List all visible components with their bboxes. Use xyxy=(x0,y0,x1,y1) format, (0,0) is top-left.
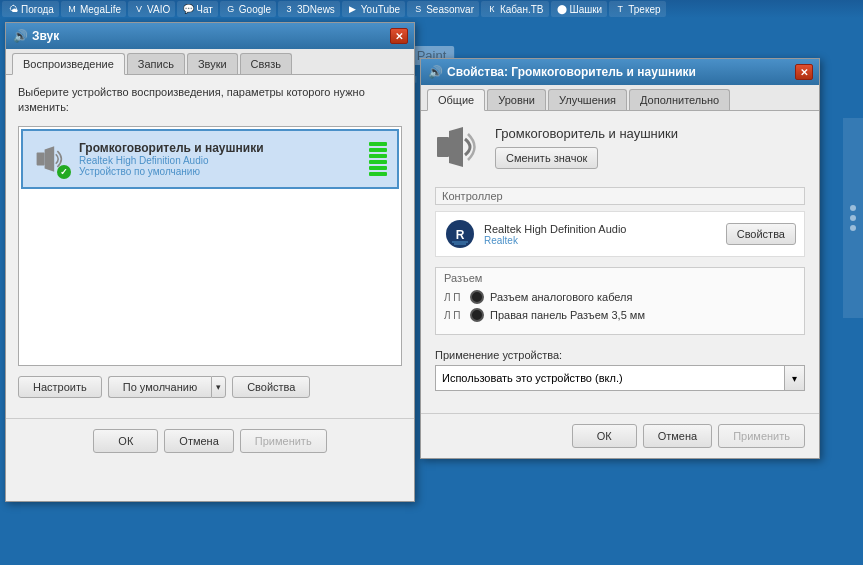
jack-dot-1 xyxy=(470,290,484,304)
taskbar-item-google[interactable]: G Google xyxy=(220,1,276,17)
taskbar-item-chat[interactable]: 💬 Чат xyxy=(177,1,218,17)
change-icon-button[interactable]: Сменить значок xyxy=(495,147,598,169)
3dnews-icon: 3 xyxy=(283,3,295,15)
jack-section-label: Разъем xyxy=(444,272,796,284)
vol-bar-2 xyxy=(369,148,387,152)
tab-levels[interactable]: Уровни xyxy=(487,89,546,110)
sound-title-icon: 🔊 xyxy=(12,28,28,44)
taskbar-item-vaio[interactable]: V VAIO xyxy=(128,1,175,17)
props-device-header-info: Громкоговоритель и наушники Сменить знач… xyxy=(495,126,805,169)
tab-enhance[interactable]: Улучшения xyxy=(548,89,627,110)
controller-props-button[interactable]: Свойства xyxy=(726,223,796,245)
default-dropdown-button[interactable]: ▾ xyxy=(211,376,226,398)
controller-name: Realtek High Definition Audio xyxy=(484,223,718,235)
sound-content: Выберите устройство воспроизведения, пар… xyxy=(6,75,414,408)
device-icon: ✓ xyxy=(31,139,71,179)
props-content: Громкоговоритель и наушники Сменить знач… xyxy=(421,111,819,413)
tab-connect[interactable]: Связь xyxy=(240,53,292,74)
taskbar-item-pogoda[interactable]: 🌤 Погода xyxy=(2,1,59,17)
usage-select-arrow[interactable]: ▾ xyxy=(785,365,805,391)
tab-general[interactable]: Общие xyxy=(427,89,485,111)
sound-apply-button[interactable]: Применить xyxy=(240,429,327,453)
svg-rect-0 xyxy=(37,152,45,165)
props-title-icon: 🔊 xyxy=(427,64,443,80)
taskbar-item-seasonvar[interactable]: S Seasonvar xyxy=(407,1,479,17)
taskbar: 🌤 Погода M MegaLife V VAIO 💬 Чат G Googl… xyxy=(0,0,863,18)
jack-tag-2: Л П xyxy=(444,310,464,321)
default-group: По умолчанию ▾ xyxy=(108,376,226,398)
taskbar-item-3dnews[interactable]: 3 3DNews xyxy=(278,1,340,17)
sound-description: Выберите устройство воспроизведения, пар… xyxy=(18,85,402,116)
device-info: Громкоговоритель и наушники Realtek High… xyxy=(79,141,359,177)
vol-bar-1 xyxy=(369,142,387,146)
tab-advanced[interactable]: Дополнительно xyxy=(629,89,730,110)
props-device-name: Громкоговоритель и наушники xyxy=(495,126,805,141)
sound-close-button[interactable]: ✕ xyxy=(390,28,408,44)
props-device-header: Громкоговоритель и наушники Сменить знач… xyxy=(435,123,805,171)
tab-record[interactable]: Запись xyxy=(127,53,185,74)
vaio-icon: V xyxy=(133,3,145,15)
props-title-text: Свойства: Громкоговоритель и наушники xyxy=(447,65,791,79)
jack-dot-2 xyxy=(470,308,484,322)
jack-label-2: Правая панель Разъем 3,5 мм xyxy=(490,309,645,321)
default-button[interactable]: По умолчанию xyxy=(108,376,211,398)
taskbar-item-megalife[interactable]: M MegaLife xyxy=(61,1,126,17)
volume-bars xyxy=(367,140,389,178)
sound-cancel-button[interactable]: Отмена xyxy=(164,429,233,453)
kabantv-icon: К xyxy=(486,3,498,15)
default-check: ✓ xyxy=(57,165,71,179)
properties-button[interactable]: Свойства xyxy=(232,376,310,398)
usage-select-wrapper: Использовать это устройство (вкл.) ▾ xyxy=(435,365,805,391)
svg-marker-1 xyxy=(45,146,55,172)
strip-dot xyxy=(850,225,856,231)
jack-label-1: Разъем аналогового кабеля xyxy=(490,291,633,303)
vol-bar-3 xyxy=(369,154,387,158)
props-dialog-buttons: ОК Отмена Применить xyxy=(421,413,819,458)
props-apply-button[interactable]: Применить xyxy=(718,424,805,448)
jack-section: Разъем Л П Разъем аналогового кабеля Л П… xyxy=(435,267,805,335)
configure-button[interactable]: Настроить xyxy=(18,376,102,398)
strip-dot xyxy=(850,215,856,221)
props-titlebar: 🔊 Свойства: Громкоговоритель и наушники … xyxy=(421,59,819,85)
taskbar-item-youtube[interactable]: ▶ YouTube xyxy=(342,1,405,17)
seasonvar-icon: S xyxy=(412,3,424,15)
svg-text:R: R xyxy=(456,228,465,242)
usage-select-box[interactable]: Использовать это устройство (вкл.) xyxy=(435,365,785,391)
shashki-icon: ⬤ xyxy=(556,3,568,15)
jack-item-2: Л П Правая панель Разъем 3,5 мм xyxy=(444,308,796,322)
controller-brand: Realtek xyxy=(484,235,718,246)
megalife-icon: M xyxy=(66,3,78,15)
sound-ok-button[interactable]: ОК xyxy=(93,429,158,453)
controller-info: Realtek High Definition Audio Realtek xyxy=(484,223,718,246)
taskbar-item-kabantv[interactable]: К Кабан.ТВ xyxy=(481,1,549,17)
device-item[interactable]: ✓ Громкоговоритель и наушники Realtek Hi… xyxy=(21,129,399,189)
strip-dot xyxy=(850,205,856,211)
tab-sounds[interactable]: Звуки xyxy=(187,53,238,74)
jack-item-1: Л П Разъем аналогового кабеля xyxy=(444,290,796,304)
props-tabs: Общие Уровни Улучшения Дополнительно xyxy=(421,85,819,111)
device-status: Устройство по умолчанию xyxy=(79,166,359,177)
tab-playback[interactable]: Воспроизведение xyxy=(12,53,125,75)
jack-tag-1: Л П xyxy=(444,292,464,303)
device-list: ✓ Громкоговоритель и наушники Realtek Hi… xyxy=(18,126,402,366)
pogoda-icon: 🌤 xyxy=(7,3,19,15)
props-close-button[interactable]: ✕ xyxy=(795,64,813,80)
taskbar-item-treker[interactable]: T Трекер xyxy=(609,1,665,17)
realtek-icon: R xyxy=(444,218,476,250)
device-name: Громкоговоритель и наушники xyxy=(79,141,359,155)
vol-bar-5 xyxy=(369,166,387,170)
taskbar-item-shashki[interactable]: ⬤ Шашки xyxy=(551,1,608,17)
sound-bottom-buttons: Настроить По умолчанию ▾ Свойства xyxy=(18,376,402,398)
svg-marker-3 xyxy=(449,127,463,167)
sound-title-text: Звук xyxy=(32,29,386,43)
controller-row: R Realtek High Definition Audio Realtek … xyxy=(435,211,805,257)
props-ok-button[interactable]: ОК xyxy=(572,424,637,448)
chat-icon: 💬 xyxy=(182,3,194,15)
usage-section: Применение устройства: Использовать это … xyxy=(435,349,805,391)
props-window: 🔊 Свойства: Громкоговоритель и наушники … xyxy=(420,58,820,459)
sound-dialog-buttons: ОК Отмена Применить xyxy=(6,418,414,463)
vol-bar-4 xyxy=(369,160,387,164)
props-cancel-button[interactable]: Отмена xyxy=(643,424,712,448)
usage-label: Применение устройства: xyxy=(435,349,805,361)
youtube-icon: ▶ xyxy=(347,3,359,15)
